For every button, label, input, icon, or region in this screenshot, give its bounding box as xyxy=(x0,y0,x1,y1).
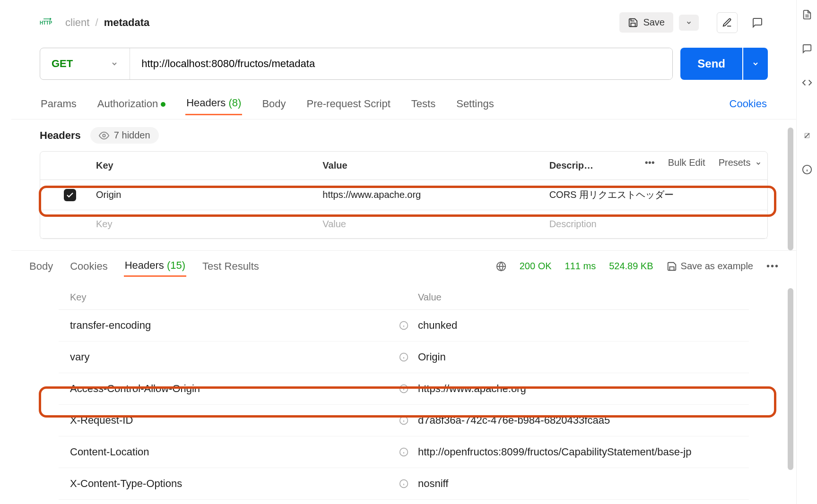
tab-settings[interactable]: Settings xyxy=(455,93,495,115)
svg-text:HTTP: HTTP xyxy=(40,20,52,26)
info-icon[interactable] xyxy=(802,164,812,175)
svg-point-1 xyxy=(103,134,105,137)
info-icon[interactable] xyxy=(399,479,408,488)
resp-header-row: Access-Control-Allow-Origin https://www.… xyxy=(59,373,749,405)
header-checkbox[interactable] xyxy=(64,189,76,201)
resp-header-value: http://openfructos:8099/fructos/Capabili… xyxy=(418,446,738,458)
resp-header-row: X-Content-Type-Options nosniff xyxy=(59,468,749,500)
headers-title: Headers xyxy=(40,129,81,142)
resp-header-key: X-Request-ID xyxy=(70,414,390,427)
resp-tab-cookies[interactable]: Cookies xyxy=(69,256,108,276)
comment-icon[interactable] xyxy=(747,12,768,33)
col-key: Key xyxy=(87,152,314,179)
http-method-icon: HTTP xyxy=(40,17,54,28)
expand-icon[interactable] xyxy=(802,130,812,141)
save-button[interactable]: Save xyxy=(619,12,673,33)
save-example-button[interactable]: Save as example xyxy=(667,261,753,272)
save-dropdown[interactable] xyxy=(679,15,699,31)
tab-tests[interactable]: Tests xyxy=(410,93,436,115)
auth-active-dot-icon xyxy=(161,102,165,107)
resp-tab-headers[interactable]: Headers (15) xyxy=(124,256,186,277)
more-icon[interactable]: ••• xyxy=(766,261,779,272)
info-icon[interactable] xyxy=(399,447,408,457)
resp-header-key: Access-Control-Allow-Origin xyxy=(70,383,390,395)
hidden-headers-toggle[interactable]: 7 hidden xyxy=(90,127,159,144)
resp-header-key: X-Content-Type-Options xyxy=(70,478,390,490)
header-row-new[interactable]: Key Value Description xyxy=(40,210,767,239)
status-time: 111 ms xyxy=(565,261,596,272)
header-desc[interactable]: CORS 用リクエストヘッダー xyxy=(541,180,767,210)
header-value[interactable]: https://www.apache.org xyxy=(314,181,540,209)
resp-header-row: X-Request-ID d7a8f36a-742c-476e-b984-682… xyxy=(59,405,749,436)
resp-header-value: nosniff xyxy=(418,478,738,490)
scrollbar[interactable] xyxy=(788,128,793,250)
header-row[interactable]: Origin https://www.apache.org CORS 用リクエス… xyxy=(40,180,767,210)
info-icon[interactable] xyxy=(399,416,408,425)
tab-headers[interactable]: Headers (8) xyxy=(185,92,242,115)
info-icon[interactable] xyxy=(399,352,408,362)
resp-header-value: chunked xyxy=(418,319,738,332)
tab-params[interactable]: Params xyxy=(40,93,78,115)
network-icon[interactable] xyxy=(496,261,506,272)
info-icon[interactable] xyxy=(399,321,408,330)
send-button[interactable]: Send xyxy=(680,48,742,80)
code-icon[interactable] xyxy=(802,77,812,88)
resp-tab-test-results[interactable]: Test Results xyxy=(201,256,260,276)
resp-header-row: transfer-encoding chunked xyxy=(59,310,749,342)
col-value: Value xyxy=(314,152,540,179)
bulk-edit-link[interactable]: Bulk Edit xyxy=(668,157,705,168)
resp-header-value: d7a8f36a-742c-476e-b984-6820433fcaa5 xyxy=(418,414,738,427)
more-icon[interactable]: ••• xyxy=(645,157,655,168)
breadcrumb-parent[interactable]: client xyxy=(65,17,89,28)
resp-header-key: vary xyxy=(70,351,390,363)
resp-header-key: transfer-encoding xyxy=(70,319,390,332)
edit-icon[interactable] xyxy=(717,12,738,33)
info-icon[interactable] xyxy=(399,384,408,393)
resp-header-value: Origin xyxy=(418,351,738,363)
resp-header-row: Content-Location http://openfructos:8099… xyxy=(59,436,749,468)
resp-tab-body[interactable]: Body xyxy=(28,256,54,276)
request-headers-table: Key Value Descrip… ••• Bulk Edit Presets… xyxy=(40,151,768,239)
chevron-down-icon xyxy=(111,60,118,68)
response-headers-table: Key Value transfer-encoding chunked vary… xyxy=(59,285,749,500)
http-method-select[interactable]: GET xyxy=(40,48,130,79)
resp-col-value: Value xyxy=(418,292,738,303)
scrollbar[interactable] xyxy=(788,288,793,470)
url-input[interactable] xyxy=(130,48,672,79)
doc-icon[interactable] xyxy=(802,9,812,20)
resp-header-row: vary Origin xyxy=(59,342,749,373)
resp-header-key: Content-Location xyxy=(70,446,390,458)
breadcrumb: client / metadata xyxy=(65,17,149,29)
breadcrumb-current: metadata xyxy=(104,17,150,28)
tab-body[interactable]: Body xyxy=(261,93,287,115)
send-dropdown[interactable] xyxy=(743,48,768,80)
tab-authorization[interactable]: Authorization xyxy=(96,93,166,115)
status-size: 524.89 KB xyxy=(609,261,653,272)
cookies-link[interactable]: Cookies xyxy=(729,93,768,115)
header-key[interactable]: Origin xyxy=(87,181,314,209)
presets-dropdown[interactable]: Presets xyxy=(719,157,762,168)
status-code: 200 OK xyxy=(520,261,552,272)
comment-square-icon[interactable] xyxy=(802,43,812,54)
resp-header-value: https://www.apache.org xyxy=(418,383,738,395)
tab-prerequest[interactable]: Pre-request Script xyxy=(306,93,391,115)
resp-col-key: Key xyxy=(70,292,390,303)
